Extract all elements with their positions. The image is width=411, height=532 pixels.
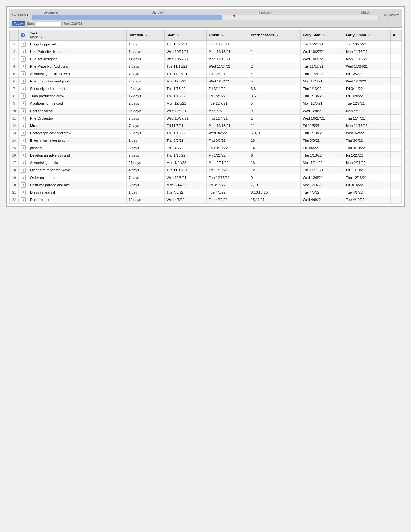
- row-early-finish: Fri 1/28/22: [344, 92, 390, 100]
- row-col-a: [391, 137, 402, 144]
- table-row[interactable]: 19🖥Order costumes7 daysWed 12/8/21Thu 12…: [10, 174, 402, 181]
- col-start-header[interactable]: Start ▼: [164, 30, 207, 41]
- table-row[interactable]: 20🖥Costume parade and alte5 daysMon 3/14…: [10, 181, 402, 189]
- row-finish: Fri 3/11/22: [207, 85, 249, 92]
- row-task: Cast rehearsal: [28, 107, 127, 115]
- task-filter-arrow[interactable]: ▼: [40, 36, 43, 39]
- row-number: 9: [10, 100, 19, 107]
- row-early-finish: Fri 3/18/22: [344, 181, 390, 189]
- today-button[interactable]: Today: [12, 21, 25, 26]
- finish-filter-arrow[interactable]: ▼: [221, 34, 224, 37]
- col-finish-header[interactable]: Finish ▼: [207, 30, 249, 41]
- row-finish: Tue 10/26/21: [207, 41, 249, 48]
- row-finish: Mon 11/15/21: [207, 48, 249, 55]
- table-row[interactable]: 6🖥Hire production and publ28 daysMon 12/…: [10, 78, 402, 85]
- row-duration: 28 days: [126, 78, 164, 85]
- row-early-finish: Thu 12/16/21: [344, 174, 390, 181]
- col-early-start-header[interactable]: Early Start ▼: [301, 30, 344, 41]
- table-row[interactable]: 21🖥Dress rehearsal1 dayTue 4/5/22Tue 4/5…: [10, 189, 402, 196]
- start-date-value: Tue 10/26/21: [64, 22, 83, 25]
- table-row[interactable]: 17🖥Advertising media21 daysMon 1/24/22Mo…: [10, 159, 402, 167]
- row-duration: 1 day: [126, 137, 164, 144]
- table-row[interactable]: 18🖥Orchestra rehearsal Advc4 daysTue 11/…: [10, 167, 402, 174]
- row-start: Tue 11/16/21: [164, 167, 207, 174]
- table-row[interactable]: 15🖥printing5 daysFri 3/4/22Thu 3/10/2214…: [10, 144, 402, 152]
- row-early-finish: Tue 10/26/21: [344, 41, 390, 48]
- table-row[interactable]: 14🖥Enter information to com1 dayThu 3/3/…: [10, 137, 402, 144]
- table-row[interactable]: 1🖥Budget approval1 dayTue 10/26/21Tue 10…: [10, 41, 402, 48]
- col-early-finish-header[interactable]: Early Finish ▼: [344, 30, 390, 41]
- table-row[interactable]: 9🖥Auditions to hire cast2 daysMon 12/6/2…: [10, 100, 402, 107]
- row-finish: Mon 4/4/22: [207, 107, 249, 115]
- row-task: Auditions to hire cast: [28, 100, 127, 107]
- row-predecessors: 7,19: [249, 181, 301, 189]
- row-finish: Fri 3/18/22: [207, 181, 249, 189]
- row-icon: 🖥: [19, 100, 28, 107]
- gantt-today-marker: [233, 15, 236, 17]
- row-early-start: Wed 12/8/21: [301, 174, 344, 181]
- duration-filter-arrow[interactable]: ▼: [145, 34, 148, 37]
- row-start: Wed 12/8/21: [164, 174, 207, 181]
- row-finish: Tue 4/19/22: [207, 196, 249, 204]
- row-number: 2: [10, 48, 19, 55]
- col-duration-header[interactable]: Duration ▼: [126, 30, 164, 41]
- row-predecessors: 6: [249, 152, 301, 159]
- col-predecessors-header[interactable]: Predecessors ▼: [249, 30, 301, 41]
- row-finish: Fri 12/3/21: [207, 70, 249, 78]
- row-duration: 7 days: [126, 152, 164, 159]
- table-row[interactable]: 12🖥Music7 daysFri 11/5/21Mon 11/15/2111F…: [10, 122, 402, 130]
- row-predecessors: 1: [249, 48, 301, 55]
- early-start-header-label: Early Start: [303, 33, 320, 37]
- table-row[interactable]: 10🖥Cast rehearsal84 daysWed 12/8/21Mon 4…: [10, 107, 402, 115]
- row-finish: Tue 4/5/22: [207, 189, 249, 196]
- predecessors-filter-arrow[interactable]: ▼: [276, 34, 279, 37]
- start-input-box[interactable]: [36, 22, 62, 26]
- table-row[interactable]: 8🖥Train production crew12 daysThu 1/13/2…: [10, 92, 402, 100]
- row-col-a: [391, 48, 402, 55]
- early-finish-filter-arrow[interactable]: ▼: [368, 34, 371, 37]
- task-table-container: ℹ Task Mode ▼ Duration ▼ Start ▼: [9, 30, 402, 204]
- table-row[interactable]: 7🖥Set designed and built42 daysThu 1/13/…: [10, 85, 402, 92]
- row-predecessors: 12: [249, 167, 301, 174]
- row-early-start: Wed 4/6/22: [301, 196, 344, 204]
- row-start: Thu 1/13/22: [164, 130, 207, 137]
- row-icon: 🖥: [19, 70, 28, 78]
- col-task-header[interactable]: Task Mode ▼: [28, 30, 127, 41]
- row-col-a: [391, 167, 402, 174]
- table-row[interactable]: 3🖥Hire set designer14 daysWed 10/27/21Mo…: [10, 55, 402, 63]
- table-row[interactable]: 2🖥Hire Publicity directors14 daysWed 10/…: [10, 48, 402, 55]
- start-filter-arrow[interactable]: ▼: [177, 34, 180, 37]
- row-task: Hire production and publ: [28, 78, 127, 85]
- row-icon: 🖥: [19, 167, 28, 174]
- row-duration: 12 days: [126, 92, 164, 100]
- table-row[interactable]: 4🖥Hire Place For Auditions7 daysTue 11/1…: [10, 63, 402, 70]
- row-col-a: [391, 174, 402, 181]
- row-duration: 7 days: [126, 174, 164, 181]
- row-predecessors: 1: [249, 55, 301, 63]
- table-row[interactable]: 11🖥Hire Orchestra7 daysWed 10/27/21Thu 1…: [10, 115, 402, 122]
- row-early-finish: Wed 3/2/22: [344, 130, 390, 137]
- row-finish: Mon 11/15/21: [207, 55, 249, 63]
- row-number: 7: [10, 85, 19, 92]
- table-row[interactable]: 22🖥Performance10 daysWed 4/6/22Tue 4/19/…: [10, 196, 402, 204]
- row-predecessors: 11: [249, 122, 301, 130]
- row-start: Wed 10/27/21: [164, 115, 207, 122]
- row-finish: Wed 3/2/22: [207, 130, 249, 137]
- table-row[interactable]: 5🖥Advertising to hire crew a7 daysThu 11…: [10, 70, 402, 78]
- month-january: January: [139, 11, 177, 14]
- row-early-finish: Mon 11/15/21: [344, 122, 390, 130]
- row-col-a: [391, 115, 402, 122]
- table-row[interactable]: 16🖥Develop an advertising pl7 daysThu 1/…: [10, 152, 402, 159]
- month-march: March: [353, 11, 379, 14]
- row-duration: 84 days: [126, 107, 164, 115]
- table-row[interactable]: 13🖥Photograph cast and crew35 daysThu 1/…: [10, 130, 402, 137]
- row-col-a: [391, 159, 402, 167]
- predecessors-header-label: Predecessors: [251, 33, 274, 37]
- row-col-a: [391, 181, 402, 189]
- row-predecessors: 3,6: [249, 92, 301, 100]
- row-start: Tue 11/16/21: [164, 63, 207, 70]
- row-icon: 🖥: [19, 196, 28, 204]
- early-start-filter-arrow[interactable]: ▼: [322, 34, 325, 37]
- row-start: Mon 1/24/22: [164, 159, 207, 167]
- row-predecessors: 2: [249, 63, 301, 70]
